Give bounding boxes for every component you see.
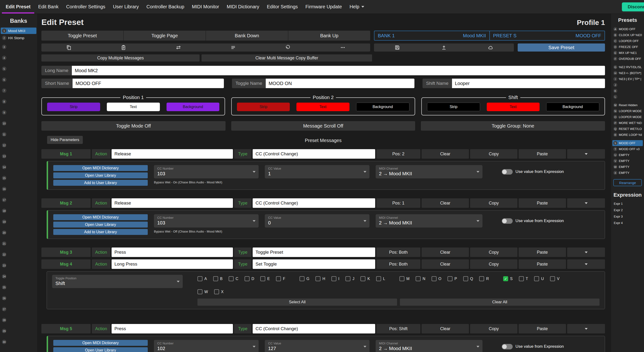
preset-item-j[interactable]: J xyxy=(612,82,643,88)
cc-value-select[interactable]: CC Value127 xyxy=(265,340,370,352)
bank-item-6[interactable]: 6 xyxy=(1,75,36,85)
toggle-checkbox-D[interactable]: D xyxy=(244,276,254,281)
open-user-library-button[interactable]: Open User Library xyxy=(53,347,148,352)
toggle-checkbox-W[interactable]: W xyxy=(198,289,208,294)
msg-4-copy-button[interactable]: Copy xyxy=(470,259,518,269)
open-user-library-button[interactable]: Open User Library xyxy=(53,173,148,178)
cc-value-select[interactable]: CC Value0 xyxy=(265,214,370,227)
msg-4-position-indicator[interactable]: Pos: Both xyxy=(376,259,420,269)
bank-item-9[interactable]: 9 xyxy=(1,107,36,118)
bank-item-4[interactable]: 4 xyxy=(1,53,36,63)
preset-item-l[interactable]: L xyxy=(612,94,643,100)
save-preset-button[interactable]: Save Preset xyxy=(518,43,605,51)
msg-3-action-input[interactable] xyxy=(112,247,233,257)
midi-channel-select[interactable]: MIDI Channel2 → Mood MKII xyxy=(376,214,482,227)
preset-item-w[interactable]: WEMPTY xyxy=(612,164,643,170)
msg-5-action-input[interactable] xyxy=(112,324,233,334)
toggle-checkbox-J[interactable]: J xyxy=(346,276,354,281)
toggle-checkbox-U[interactable]: U xyxy=(534,276,544,281)
cc-number-select[interactable]: CC Number103 xyxy=(154,165,258,178)
short-name-input[interactable] xyxy=(72,79,224,88)
nav-item-help[interactable]: Help xyxy=(346,0,368,13)
open-midi-dictionary-button[interactable]: Open MIDI Dictionary xyxy=(53,165,148,171)
toggle-checkbox-E[interactable]: E xyxy=(260,276,270,281)
copy-multiple-messages-button[interactable]: Copy Multiple Messages xyxy=(42,54,200,61)
toggle-checkbox-I[interactable]: I xyxy=(332,276,339,281)
msg-2-type-input[interactable] xyxy=(253,198,375,208)
position-1-text-button[interactable]: Text xyxy=(107,103,160,111)
preset-item-h[interactable]: H%E3 <- |BOTH*| -> xyxy=(612,70,643,76)
preset-item-t[interactable]: TMOOD OFF v3 xyxy=(612,146,643,152)
toggle-position-select[interactable]: Toggle PositionShift xyxy=(52,275,183,288)
bank-item-28[interactable]: 28 xyxy=(1,315,36,325)
preset-item-b[interactable]: BCLOCK UP %E0 xyxy=(612,32,643,38)
nav-item-midi-monitor[interactable]: MIDI Monitor xyxy=(188,0,223,13)
save-button[interactable] xyxy=(374,43,420,51)
shift-name-input[interactable] xyxy=(452,79,605,88)
position-1-strip-button[interactable]: Strip xyxy=(47,103,100,111)
msg-1-expand-dropdown[interactable] xyxy=(567,149,605,159)
msg-2-expand-dropdown[interactable] xyxy=(567,198,605,208)
msg-1-paste-button[interactable]: Paste xyxy=(519,149,566,159)
undo-button[interactable] xyxy=(260,43,315,51)
bank-item-3[interactable]: 3 xyxy=(1,42,36,52)
msg-4-type-input[interactable] xyxy=(253,259,375,269)
bank-item-18[interactable]: 18 xyxy=(1,206,36,216)
msg-1-position-indicator[interactable]: Pos: 2 xyxy=(376,149,420,159)
long-name-input[interactable] xyxy=(72,66,605,75)
swap-button[interactable] xyxy=(151,43,206,51)
clear-all-button[interactable]: Clear All xyxy=(400,299,600,306)
toggle-checkbox-K[interactable]: K xyxy=(360,276,370,281)
expr-4-item[interactable]: Expr 4 xyxy=(612,220,643,226)
cc-number-select[interactable]: CC Number103 xyxy=(154,214,258,227)
toggle-mode-off-button[interactable]: Toggle Mode Off xyxy=(42,121,226,131)
bank-down-button[interactable]: Bank Down xyxy=(206,31,288,41)
nav-item-controller-backup[interactable]: Controller Backup xyxy=(143,0,188,13)
bank-item-11[interactable]: 11 xyxy=(1,129,36,139)
toggle-checkbox-T[interactable]: T xyxy=(519,276,528,281)
bank-item-24[interactable]: 24 xyxy=(1,271,36,281)
bank-item-13[interactable]: 13 xyxy=(1,151,36,161)
preset-item-d[interactable]: DFREEZE OFF xyxy=(612,44,643,50)
preset-item-u[interactable]: UEMPTY xyxy=(612,152,643,158)
position-1-background-button[interactable]: Background xyxy=(166,103,220,111)
nav-item-editor-settings[interactable]: Editor Settings xyxy=(263,0,302,13)
msg-5-clear-button[interactable]: Clear xyxy=(422,324,469,334)
preset-item-n[interactable]: NLOOPER MODE ON xyxy=(612,108,643,114)
preset-item-x[interactable]: XEMPTY xyxy=(612,170,643,176)
bank-item-15[interactable]: 15 xyxy=(1,173,36,183)
bank-item-30[interactable]: 30 xyxy=(1,337,36,347)
nav-item-user-library[interactable]: User Library xyxy=(109,0,143,13)
toggle-preset-button[interactable]: Toggle Preset xyxy=(42,31,123,41)
bank-item-5[interactable]: 5 xyxy=(1,64,36,74)
nav-item-midi-dictionary[interactable]: MIDI Dictionary xyxy=(223,0,263,13)
position-2-background-button[interactable]: Background xyxy=(356,103,410,111)
shift-text-button[interactable]: Text xyxy=(487,103,539,111)
cloud-button[interactable] xyxy=(467,43,514,51)
bank-item-14[interactable]: 14 xyxy=(1,162,36,172)
preset-item-c[interactable]: CLOOPER OFF xyxy=(612,38,643,44)
nav-item-edit-preset[interactable]: Edit Preset xyxy=(2,0,34,13)
msg-4-action-input[interactable] xyxy=(112,259,233,269)
msg-4-paste-button[interactable]: Paste xyxy=(519,259,566,269)
preset-item-s[interactable]: SMOOD OFF xyxy=(612,140,643,146)
shift-background-button[interactable]: Background xyxy=(546,103,599,111)
toggle-checkbox-C[interactable]: C xyxy=(228,276,238,281)
msg-1-type-input[interactable] xyxy=(253,149,375,159)
use-expression-toggle[interactable] xyxy=(502,218,513,224)
expr-3-item[interactable]: Expr 3 xyxy=(612,213,643,220)
toggle-checkbox-A[interactable]: A xyxy=(198,276,207,281)
toggle-checkbox-R[interactable]: R xyxy=(479,276,489,281)
bank-item-8[interactable]: 8 xyxy=(1,96,36,107)
preset-item-q[interactable]: QRESET WET/LOOP % xyxy=(612,126,643,132)
bank-item-27[interactable]: 27 xyxy=(1,304,36,314)
toggle-checkbox-O[interactable]: O xyxy=(432,276,441,281)
bank-item-mood-mkii[interactable]: 1Mood MKII xyxy=(1,27,36,34)
shift-strip-button[interactable]: Strip xyxy=(427,103,480,111)
nav-item-firmware-update[interactable]: Firmware Update xyxy=(302,0,346,13)
align-button[interactable] xyxy=(206,43,260,51)
msg-1-copy-button[interactable]: Copy xyxy=(470,149,518,159)
msg-3-paste-button[interactable]: Paste xyxy=(519,247,566,257)
bank-item-hx-stomp[interactable]: 2HX Stomp xyxy=(1,35,36,41)
msg-3-clear-button[interactable]: Clear xyxy=(422,247,469,257)
